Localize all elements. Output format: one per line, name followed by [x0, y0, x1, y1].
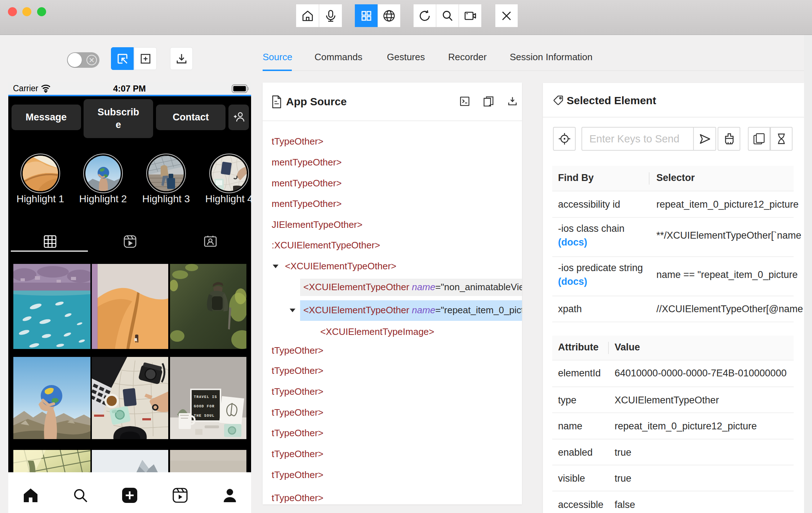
svg-text:THE SOUL: THE SOUL	[194, 414, 215, 418]
svg-text:GOOD FOR: GOOD FOR	[194, 404, 215, 408]
svg-text:TRAVEL IS: TRAVEL IS	[194, 395, 217, 399]
